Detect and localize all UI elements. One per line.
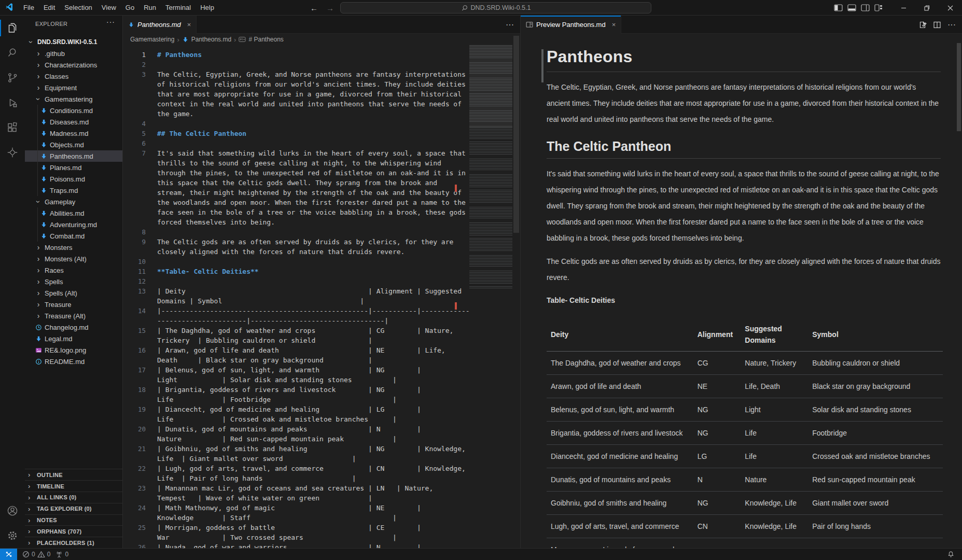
tree-item-spells[interactable]: ›Spells xyxy=(25,276,122,287)
menu-file[interactable]: File xyxy=(19,2,39,13)
code-line[interactable]: 7It's said that something wild lurks in … xyxy=(123,148,469,158)
code-line[interactable]: War | Two crossed spears | xyxy=(123,533,469,542)
code-line[interactable]: 24| Math Mathonwy, god of magic | NE | xyxy=(123,503,469,513)
code-line[interactable]: 1# Pantheons xyxy=(123,50,469,60)
nav-forward-icon[interactable]: → xyxy=(326,4,334,12)
code-line[interactable]: Life | Pair of long hands | xyxy=(123,473,469,483)
tab-pantheons-md[interactable]: Pantheons.md × xyxy=(123,16,197,34)
minimize-button[interactable] xyxy=(892,0,915,16)
menu-help[interactable]: Help xyxy=(196,2,219,13)
code-line[interactable]: 6 xyxy=(123,138,469,148)
notifications-bell[interactable] xyxy=(947,549,955,560)
tree-item-treasure-alt-[interactable]: ›Treasure (Alt) xyxy=(25,310,122,321)
tree-item-equipment[interactable]: ›Equipment xyxy=(25,82,122,93)
code-line[interactable]: Light | Solar disk and standing stones | xyxy=(123,375,469,385)
menu-selection[interactable]: Selection xyxy=(60,2,96,13)
preview-actions-more-icon[interactable]: ··· xyxy=(947,20,956,30)
code-line[interactable]: 23| Manannan mac Lir, god of oceans and … xyxy=(123,483,469,493)
tree-item-madness-md[interactable]: Madness.md xyxy=(25,128,122,139)
tree-item-diseases-md[interactable]: Diseases.md xyxy=(25,116,122,128)
tree-item-abilities-md[interactable]: Abilities.md xyxy=(25,207,122,219)
tree-item-traps-md[interactable]: Traps.md xyxy=(25,185,122,196)
tree-item-legal-md[interactable]: Legal.md xyxy=(25,333,122,344)
close-tab-icon[interactable]: × xyxy=(187,21,191,29)
code-line[interactable]: 15| The Daghdha, god of weather and crop… xyxy=(123,326,469,335)
code-line[interactable]: Life | Footbridge | xyxy=(123,395,469,404)
code-line[interactable]: Death | Black star on gray background | xyxy=(123,355,469,365)
section-orphans-707-[interactable]: ›ORPHANS (707) xyxy=(25,525,122,537)
tree-item-adventuring-md[interactable]: Adventuring.md xyxy=(25,219,122,230)
code-line[interactable]: that are most appropriate for use in a g… xyxy=(123,89,469,99)
code-line[interactable]: Life | Crossed oak and mistletoe branche… xyxy=(123,414,469,424)
show-source-icon[interactable] xyxy=(918,21,927,29)
code-line[interactable]: 8 xyxy=(123,227,469,237)
code-line[interactable]: ----------------------|-----------------… xyxy=(123,316,469,326)
breadcrumb-item[interactable]: Pantheons.md xyxy=(191,36,231,43)
code-line[interactable]: context in the real world and united int… xyxy=(123,99,469,109)
code-line[interactable]: through the pines, to the unexpected red… xyxy=(123,168,469,178)
code-line[interactable]: Tempest | Wave of white water on green | xyxy=(123,493,469,503)
code-line[interactable]: 25| Morrigan, goddess of battle | CE | xyxy=(123,523,469,533)
tree-item-gameplay[interactable]: ›Gameplay xyxy=(25,196,122,207)
code-line[interactable]: 2 xyxy=(123,60,469,69)
tree-item-objects-md[interactable]: Objects.md xyxy=(25,139,122,150)
tree-item-monsters[interactable]: ›Monsters xyxy=(25,242,122,253)
explorer-more-icon[interactable]: ··· xyxy=(106,18,115,26)
remote-indicator[interactable] xyxy=(0,549,17,560)
tree-item-poisons-md[interactable]: Poisons.md xyxy=(25,173,122,185)
tree-item-conditions-md[interactable]: Conditions.md xyxy=(25,105,122,116)
code-line[interactable]: Nature | Red sun-capped mountain peak | xyxy=(123,434,469,444)
editor-actions-more-icon[interactable]: ··· xyxy=(506,20,514,30)
code-line[interactable]: 14|-------------------------------------… xyxy=(123,306,469,316)
section-all-links-0-[interactable]: ›ALL LINKS (0) xyxy=(25,492,122,503)
code-line[interactable]: 18| Brigantia, goddess of rivers and liv… xyxy=(123,385,469,395)
tree-item-gamemastering[interactable]: ›Gamemastering xyxy=(25,93,122,105)
tree-item-readme-md[interactable]: README.md xyxy=(25,356,122,367)
tree-item-characterizations[interactable]: ›Characterizations xyxy=(25,59,122,71)
section-timeline[interactable]: ›TIMELINE xyxy=(25,480,122,492)
code-line[interactable]: 9The Celtic gods are as often served by … xyxy=(123,237,469,247)
code-line[interactable]: closely aligned with the forces of natur… xyxy=(123,247,469,257)
breadcrumb-item[interactable]: # Pantheons xyxy=(248,36,283,43)
code-line[interactable]: 4 xyxy=(123,119,469,129)
section-outline[interactable]: ›OUTLINE xyxy=(25,469,122,480)
close-tab-icon[interactable]: × xyxy=(612,21,616,29)
code-line[interactable]: 11**Table- Celtic Deities** xyxy=(123,267,469,276)
code-line[interactable]: 17| Belenus, god of sun, light, and warm… xyxy=(123,365,469,375)
tree-item-races[interactable]: ›Races xyxy=(25,264,122,276)
code-line[interactable]: Domains | Symbol | xyxy=(123,296,469,306)
code-line[interactable]: 20| Dunatis, god of mountains and peaks … xyxy=(123,424,469,434)
split-editor-icon[interactable] xyxy=(933,21,941,29)
restore-button[interactable] xyxy=(915,0,939,16)
code-line[interactable]: forced themselves into being. xyxy=(123,217,469,227)
code-line[interactable]: the game. xyxy=(123,109,469,119)
tree-item-changelog-md[interactable]: Changelog.md xyxy=(25,321,122,333)
command-center-search[interactable]: DND.SRD.Wiki-0.5.1 xyxy=(340,2,651,13)
editor-scrollbar[interactable] xyxy=(512,34,520,548)
code-line[interactable]: thrills to the sound of geese calling at… xyxy=(123,158,469,168)
code-line[interactable]: face seen in the bole of a tree or the v… xyxy=(123,207,469,217)
code-line[interactable]: Trickery | Bubbling cauldron or shield | xyxy=(123,335,469,345)
activity-search[interactable] xyxy=(0,40,25,65)
code-line[interactable]: 12 xyxy=(123,276,469,286)
menu-terminal[interactable]: Terminal xyxy=(161,2,196,13)
tree-item-spells-alt-[interactable]: ›Spells (Alt) xyxy=(25,287,122,299)
minimap-slider[interactable] xyxy=(469,45,512,128)
code-line[interactable]: 5## The Celtic Pantheon xyxy=(123,129,469,138)
code-line[interactable]: 16| Arawn, god of life and death | NE | … xyxy=(123,345,469,355)
markdown-preview[interactable]: Pantheons The Celtic, Egyptian, Greek, a… xyxy=(521,34,962,548)
tree-item-combat-md[interactable]: Combat.md xyxy=(25,230,122,242)
tree-item-re-logo-png[interactable]: RE&.logo.png xyxy=(25,344,122,356)
tree-item-treasure[interactable]: ›Treasure xyxy=(25,299,122,310)
activity-settings[interactable] xyxy=(0,523,25,548)
tree-root[interactable]: ›DND.SRD.WIKI-0.5.1 xyxy=(25,36,122,48)
nav-back-icon[interactable]: ← xyxy=(310,4,318,12)
toggle-sidebar-icon[interactable] xyxy=(834,4,843,11)
activity-run-debug[interactable] xyxy=(0,90,25,115)
tree-item-monsters-alt-[interactable]: ›Monsters (Alt) xyxy=(25,253,122,264)
preview-scrollbar[interactable] xyxy=(956,34,961,548)
activity-explorer[interactable] xyxy=(0,16,25,40)
tree-item-pantheons-md[interactable]: Pantheons.md xyxy=(25,150,122,162)
code-line[interactable]: 3The Celtic, Egyptian, Greek, and Norse … xyxy=(123,69,469,79)
menu-view[interactable]: View xyxy=(97,2,121,13)
